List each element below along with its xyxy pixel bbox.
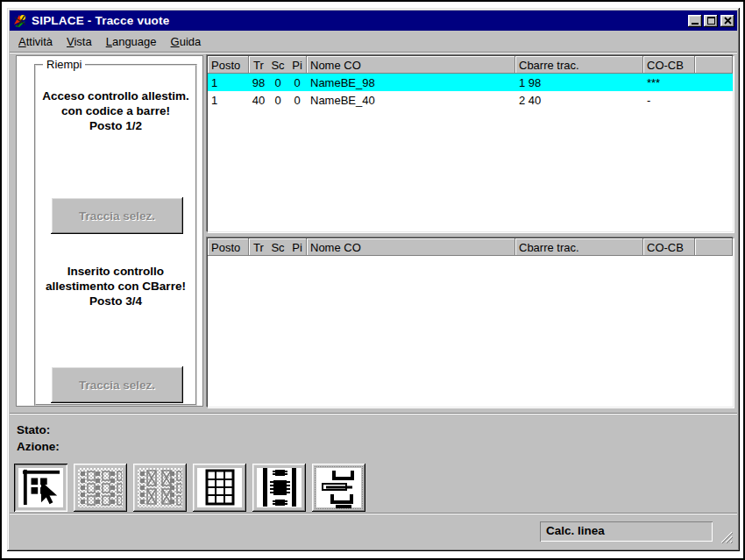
app-window: SIPLACE - Tracce vuote Attività Vista La…: [7, 8, 740, 551]
menu-guida[interactable]: Guida: [164, 32, 209, 51]
groupbox-label: Riempi: [43, 58, 85, 71]
cell-tr-sc-pi: 40 0 0: [249, 93, 307, 107]
cell-filler: [695, 100, 733, 101]
table-row-selected[interactable]: 1 98 0 0 NameBE_98 1 98 ***: [208, 74, 733, 91]
main-area: Riempi Acceso controllo allestim. con co…: [10, 53, 737, 413]
table-top-header: Posto Tr Sc Pi Nome CO Cbarre trac. CO-C…: [208, 56, 733, 74]
cell-tr: 98: [249, 76, 268, 89]
table-bottom: Posto Tr Sc Pi Nome CO Cbarre trac. CO-C…: [207, 237, 734, 408]
cell-pi: 0: [287, 94, 307, 107]
cell-sc: 0: [268, 94, 287, 107]
grid-view-icon: [197, 468, 242, 507]
minimize-icon: [692, 23, 699, 25]
message-text: Acceso controllo allestim. con codice a …: [42, 89, 189, 118]
cell-cbarre-trac: 1 98: [515, 75, 643, 89]
column-header-cbarre-trac[interactable]: Cbarre trac.: [515, 238, 643, 256]
column-header-tr: Tr: [249, 241, 268, 256]
column-header-tr-sc-pi[interactable]: Tr Sc Pi: [249, 238, 307, 256]
column-header-co-cb[interactable]: CO-CB: [643, 238, 695, 256]
cell-filler: [695, 82, 733, 83]
cell-co-cb: ***: [643, 75, 695, 89]
barcode-access-message: Acceso controllo allestim. con codice a …: [36, 89, 195, 133]
cell-posto: 1: [208, 93, 249, 107]
screenshot-frame: SIPLACE - Tracce vuote Attività Vista La…: [0, 0, 745, 560]
menu-vista[interactable]: Vista: [60, 32, 99, 51]
feeder-tracks-check-icon: [138, 468, 182, 507]
close-icon: [724, 17, 732, 25]
menu-language[interactable]: Language: [99, 32, 164, 51]
riempi-groupbox: Riempi Acceso controllo allestim. con co…: [34, 64, 197, 406]
minimize-button[interactable]: [688, 15, 702, 27]
posto-text: Posto 1/2: [42, 118, 189, 133]
line-layout-button[interactable]: [312, 464, 365, 512]
column-header-posto[interactable]: Posto: [208, 238, 249, 256]
cell-pi: 0: [287, 76, 307, 89]
tables-area: Posto Tr Sc Pi Nome CO Cbarre trac. CO-C…: [207, 55, 734, 413]
table-bottom-body: [208, 256, 733, 407]
menu-attivita[interactable]: Attività: [11, 32, 60, 51]
traccia-selez-button-2[interactable]: Traccia selez.: [51, 366, 183, 403]
cell-sc: 0: [268, 76, 287, 89]
posto-text: Posto 3/4: [42, 294, 189, 308]
column-header-pi: Pi: [287, 59, 307, 74]
feeder-tracks-check-button[interactable]: [133, 464, 187, 512]
table-top: Posto Tr Sc Pi Nome CO Cbarre trac. CO-C…: [207, 55, 734, 232]
cell-tr: 40: [249, 94, 268, 107]
window-title: SIPLACE - Tracce vuote: [32, 14, 683, 28]
column-header-posto[interactable]: Posto: [208, 56, 249, 74]
column-header-tr-sc-pi[interactable]: Tr Sc Pi: [249, 56, 307, 74]
table-row[interactable]: 1 40 0 0 NameBE_40 2 40 -: [208, 91, 733, 109]
feeder-tracks-button[interactable]: [74, 464, 127, 512]
column-header-tr: Tr: [249, 59, 268, 74]
column-header-filler: [695, 238, 733, 256]
status-message: Calc. linea: [546, 524, 605, 537]
cbarre-insert-message: Inserito controllo allestimento con CBar…: [36, 264, 195, 308]
column-header-sc: Sc: [268, 59, 287, 74]
menubar: Attività Vista Language Guida: [10, 31, 737, 52]
stato-label: Stato:: [17, 422, 737, 438]
cell-posto: 1: [208, 75, 249, 89]
grid-view-button[interactable]: [193, 464, 246, 512]
cell-nome-co: NameBE_98: [307, 75, 515, 89]
column-header-filler: [695, 56, 733, 74]
cell-tr-sc-pi: 98 0 0: [249, 75, 307, 89]
titlebar[interactable]: SIPLACE - Tracce vuote: [10, 11, 737, 31]
cell-cbarre-trac: 2 40: [515, 93, 643, 107]
titlebar-controls: [686, 15, 734, 27]
close-button[interactable]: [720, 15, 734, 27]
select-tool-icon: [18, 468, 63, 507]
table-bottom-header: Posto Tr Sc Pi Nome CO Cbarre trac. CO-C…: [208, 238, 733, 256]
select-tool-button[interactable]: [14, 464, 67, 512]
traccia-selez-button-1[interactable]: Traccia selez.: [51, 197, 183, 234]
column-header-nome-co[interactable]: Nome CO: [307, 238, 515, 256]
statusbar: Calc. linea: [10, 514, 737, 549]
cell-nome-co: NameBE_40: [307, 93, 515, 107]
table-top-body: 1 98 0 0 NameBE_98 1 98 ***: [208, 74, 733, 231]
maximize-icon: [707, 17, 715, 25]
resize-grip[interactable]: [720, 531, 733, 543]
column-header-nome-co[interactable]: Nome CO: [307, 56, 515, 74]
message-text: Inserito controllo allestimento con CBar…: [42, 264, 189, 294]
column-header-pi: Pi: [287, 241, 307, 256]
status-message-field: Calc. linea: [540, 521, 713, 542]
cell-co-cb: -: [643, 93, 695, 107]
line-layout-icon: [316, 468, 361, 507]
toolbar: [10, 462, 737, 513]
azione-label: Azione:: [17, 438, 737, 455]
maximize-button[interactable]: [704, 15, 718, 27]
riempi-panel: Riempi Acceso controllo allestim. con co…: [16, 55, 203, 407]
app-logo-icon: [12, 13, 28, 29]
column-header-co-cb[interactable]: CO-CB: [643, 56, 695, 74]
status-panel: Stato: Azione:: [10, 415, 737, 462]
column-header-cbarre-trac[interactable]: Cbarre trac.: [515, 56, 643, 74]
component-strip-icon: [257, 468, 302, 507]
feeder-tracks-icon: [78, 468, 123, 507]
component-strip-button[interactable]: [252, 464, 306, 512]
column-header-sc: Sc: [268, 241, 287, 256]
